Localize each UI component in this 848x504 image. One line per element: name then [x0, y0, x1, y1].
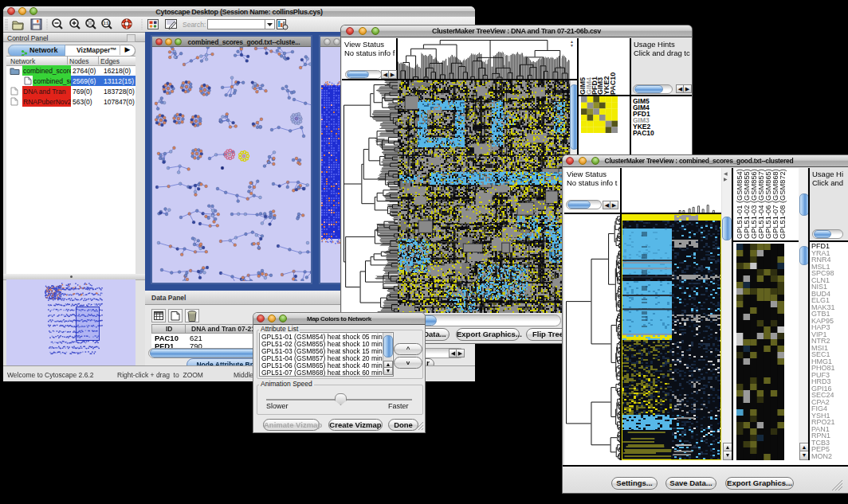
svg-text:1:1: 1:1 — [103, 21, 108, 25]
svg-text:Search:: Search: — [183, 21, 206, 29]
